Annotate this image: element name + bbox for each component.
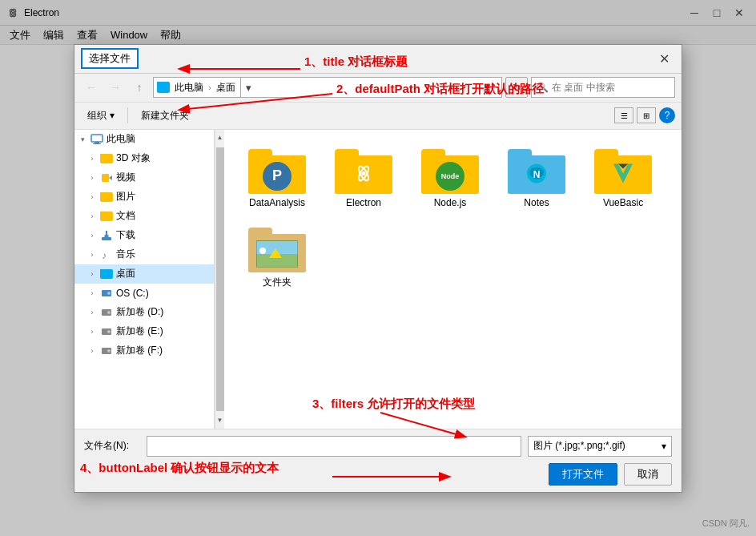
svg-rect-5 [93, 143, 101, 144]
sidebar-item-documents[interactable]: › 文档 [74, 207, 214, 226]
path-bar: 此电脑 › 桌面 ▾ [153, 77, 502, 98]
sidebar-label: 此电脑 [107, 132, 135, 146]
file-scrollbar: ▲ ▼ [215, 130, 224, 429]
toolbar-separator [127, 107, 128, 123]
svg-point-20 [107, 349, 111, 353]
expand-icon-documents: › [87, 212, 97, 221]
file-item-dataanalysis[interactable]: P DataAnalysis [237, 143, 317, 215]
svg-rect-4 [94, 142, 99, 143]
sidebar-item-volf[interactable]: › 新加卷 (F:) [74, 341, 214, 361]
dialog-navbar: ← → ↑ 此电脑 › 桌面 ▾ ↻ 🔍 [74, 74, 682, 103]
filename-label: 文件名(N): [84, 439, 140, 453]
svg-marker-7 [109, 175, 112, 180]
sidebar: ▾ 此电脑 › [74, 130, 215, 429]
scrollbar-up[interactable]: ▲ [215, 130, 225, 146]
python-icon: P [263, 162, 292, 191]
svg-point-23 [362, 171, 366, 175]
downloads-icon [100, 229, 113, 242]
search-icon: 🔍 [537, 82, 549, 93]
filetype-arrow: ▾ [662, 441, 666, 452]
cancel-button[interactable]: 取消 [624, 463, 672, 486]
disk-c-icon [100, 287, 113, 300]
folder-electron-icon-wrap [335, 149, 392, 194]
help-button[interactable]: ? [659, 107, 675, 123]
dialog-close-button[interactable]: ✕ [653, 47, 675, 70]
sidebar-item-vole[interactable]: › 新加卷 (E:) [74, 322, 214, 341]
scrollbar-down[interactable]: ▼ [215, 413, 225, 429]
filetype-label: 图片 (*.jpg;*.png;*.gif) [533, 439, 625, 453]
expand-icon-osc: › [87, 288, 97, 298]
disk-d-icon [100, 306, 113, 319]
dialog-overlay: 选择文件 ✕ ← → ↑ 此电脑 › 桌面 ▾ ↻ 🔍 [0, 0, 756, 536]
dialog-titlebar: 选择文件 ✕ [74, 45, 682, 74]
file-name-dataanalysis: DataAnalysis [249, 197, 305, 208]
folder-vuebasic-icon-wrap [594, 149, 652, 194]
organize-label: 组织 [87, 109, 107, 123]
disk-f-icon [100, 345, 113, 357]
new-folder-button[interactable]: 新建文件夹 [135, 105, 195, 126]
nav-back-button[interactable]: ← [81, 77, 102, 98]
sidebar-label-music: 音乐 [116, 248, 135, 261]
sidebar-item-osc[interactable]: › OS (C:) [74, 284, 214, 303]
music-icon: ♪ [100, 248, 113, 261]
view-grid-button[interactable]: ⊞ [637, 107, 656, 123]
sidebar-item-downloads[interactable]: › 下载 [74, 226, 214, 245]
file-dialog: 选择文件 ✕ ← → ↑ 此电脑 › 桌面 ▾ ↻ 🔍 [74, 44, 682, 493]
expand-icon: ▾ [78, 135, 87, 144]
folder-notes-icon-wrap: N [508, 149, 565, 194]
file-item-electron[interactable]: Electron [324, 143, 404, 215]
sidebar-item-music[interactable]: › ♪ 音乐 [74, 245, 214, 264]
computer-icon [90, 133, 103, 146]
dialog-title: 选择文件 [81, 48, 139, 69]
path-location[interactable]: 桌面 [213, 79, 239, 96]
filename-input[interactable] [147, 436, 521, 457]
path-dropdown-button[interactable]: ▾ [240, 77, 256, 98]
file-item-vuebasic[interactable]: VueBasic [583, 143, 663, 215]
nav-up-button[interactable]: ↑ [129, 77, 150, 98]
sidebar-label-documents: 文档 [116, 209, 135, 223]
file-item-folder[interactable]: 文件夹 [237, 221, 317, 296]
open-file-button[interactable]: 打开文件 [549, 463, 617, 486]
file-name-electron: Electron [346, 197, 381, 208]
sidebar-label-osc: OS (C:) [116, 288, 149, 299]
svg-rect-6 [102, 174, 109, 182]
refresh-button[interactable]: ↻ [505, 77, 528, 98]
sidebar-label-video: 视频 [116, 171, 135, 184]
pictures-icon [100, 191, 113, 204]
svg-point-16 [107, 311, 111, 314]
vue-icon-svg [610, 160, 636, 186]
file-name-notes: Notes [524, 197, 549, 208]
expand-icon-3d: › [87, 154, 97, 163]
nav-forward-button[interactable]: → [105, 77, 126, 98]
scrollbar-thumb[interactable] [216, 147, 224, 411]
file-area-wrapper: ▲ ▼ P [215, 130, 682, 429]
filename-row: 文件名(N): 图片 (*.jpg;*.png;*.gif) ▾ [84, 436, 672, 457]
sidebar-item-desktop[interactable]: › 桌面 [74, 264, 214, 284]
sidebar-label-vold: 新加卷 (D:) [116, 305, 163, 319]
sidebar-item-computer[interactable]: ▾ 此电脑 [74, 130, 214, 149]
expand-icon-pictures: › [87, 192, 97, 202]
sidebar-label-volf: 新加卷 (F:) [116, 344, 163, 357]
sidebar-item-3d[interactable]: › 3D 对象 [74, 149, 214, 168]
file-item-notes[interactable]: N Notes [497, 143, 577, 215]
action-row: 打开文件 取消 [84, 463, 672, 486]
filetype-select[interactable]: 图片 (*.jpg;*.png;*.gif) ▾ [528, 436, 672, 457]
notes-icon-svg: N [524, 160, 549, 186]
file-name-nodejs: Node.js [434, 197, 467, 208]
3d-icon [100, 152, 113, 165]
sidebar-item-pictures[interactable]: › 图片 [74, 187, 214, 207]
organize-button[interactable]: 组织 ▾ [81, 105, 121, 126]
nodejs-icon: Node [436, 162, 464, 191]
sidebar-label-pictures: 图片 [116, 190, 135, 204]
file-item-nodejs[interactable]: Node Node.js [410, 143, 490, 215]
svg-point-18 [107, 330, 111, 333]
view-list-button[interactable]: ☰ [614, 107, 633, 123]
sidebar-item-vold[interactable]: › 新加卷 (D:) [74, 303, 214, 322]
svg-point-14 [107, 292, 111, 295]
search-input[interactable] [552, 82, 670, 93]
new-folder-label: 新建文件夹 [141, 109, 189, 123]
path-computer[interactable]: 此电脑 [171, 79, 207, 96]
sidebar-item-video[interactable]: › 视频 [74, 168, 214, 187]
sidebar-label-downloads: 下载 [116, 228, 135, 242]
file-name-vuebasic: VueBasic [603, 197, 643, 208]
